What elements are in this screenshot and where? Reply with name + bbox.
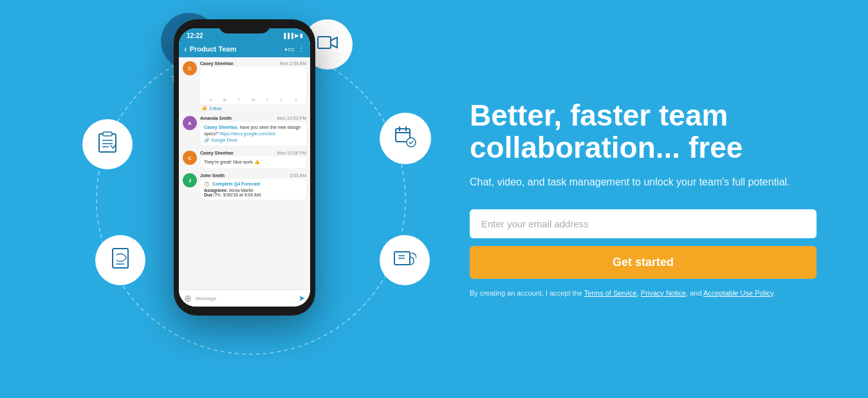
phone-frame: 12:22 ▐▐▐ ▶ ▮ ‹ Product Team ▸ ▭ ⋮ <box>174 19 315 316</box>
calendar-icon <box>394 126 416 152</box>
svg-rect-8 <box>318 37 331 48</box>
task-title-row: 📋 Complete Q4 Forecast <box>204 182 302 187</box>
email-input[interactable] <box>470 209 817 238</box>
bar-group-1 <box>204 70 217 97</box>
john-task-bubble: 📋 Complete Q4 Forecast Assignees: Anna M… <box>200 179 306 200</box>
terms-text: By creating an account, I accept the Ter… <box>470 288 817 299</box>
casey-time-2: Mon 10:56 PM <box>277 151 306 155</box>
task-title: Complete Q4 Forecast <box>212 182 260 186</box>
video-call-icon: ▭ <box>288 45 294 53</box>
chart-label-s2: S <box>290 98 302 102</box>
amanda-meta: Amanda Smith Mon 10:53 PM <box>200 116 306 120</box>
chart-label-m: M <box>218 98 231 102</box>
video-icon <box>317 34 338 55</box>
bar-group-3 <box>232 70 245 97</box>
header-icons: ▭ ⋮ <box>288 45 305 53</box>
chat-message-1: C Casey Sheehan Mon 2:59 AM <box>183 61 306 111</box>
chart-label-w: W <box>246 98 259 102</box>
amanda-message-wrap: Amanda Smith Mon 10:53 PM Casey Sheehan,… <box>200 116 306 146</box>
bar-group-2 <box>218 70 231 97</box>
casey-reply-bubble: They're great! Nice work 👍 <box>200 156 306 168</box>
link-icon: 🔗 <box>204 138 210 142</box>
channel-name: Product Team <box>190 45 285 53</box>
circle-file <box>95 235 145 285</box>
chart-label-t2: T <box>261 98 274 102</box>
status-icons: ▐▐▐ ▶ ▮ <box>282 33 302 39</box>
casey-message-wrap: Casey Sheehan Mon 2:59 AM <box>200 61 306 111</box>
casey-name: Casey Sheehan <box>200 61 234 66</box>
john-meta: John Smith 3:05 AM <box>200 173 306 178</box>
amanda-name: Amanda Smith <box>200 116 232 120</box>
right-section: Better, faster team collaboration... fre… <box>418 61 868 338</box>
circle-cloud-storage <box>380 235 430 285</box>
john-avatar: J <box>183 173 197 187</box>
send-icon: ➤ <box>299 294 305 303</box>
john-time: 3:05 AM <box>290 173 306 178</box>
chart-label-f: F <box>275 98 288 102</box>
chart-label-t1: T <box>232 98 245 102</box>
chat-message-3: C Casey Sheehan Mon 10:56 PM They're gre… <box>183 151 306 168</box>
file-icon <box>111 247 129 274</box>
casey-meta-2: Casey Sheehan Mon 10:56 PM <box>200 151 306 155</box>
cloud-icon <box>393 249 416 272</box>
task-icon: 📋 <box>204 182 210 186</box>
phone-notch <box>219 19 270 33</box>
terms-prefix: By creating an account, I accept the <box>470 289 582 297</box>
chart-bars <box>204 70 302 98</box>
chart-label-s1: S <box>204 98 217 102</box>
amanda-avatar: A <box>183 116 197 130</box>
google-drive-link: Google Drive <box>211 138 237 142</box>
privacy-notice-link[interactable]: Privacy Notice <box>641 289 686 297</box>
phone-screen: 12:22 ▐▐▐ ▶ ▮ ‹ Product Team ▸ ▭ ⋮ <box>179 28 310 307</box>
casey-meta: Casey Sheehan Mon 2:59 AM <box>200 61 306 66</box>
and-text: and <box>690 289 701 297</box>
hero-subheadline: Chat, video, and task management to unlo… <box>470 175 817 190</box>
phone-chat-area: C Casey Sheehan Mon 2:59 AM <box>179 57 310 289</box>
thumbs-up-icon: 👍 <box>201 106 207 111</box>
bar-group-7 <box>290 70 302 97</box>
terms-of-service-link[interactable]: Terms of Service <box>584 289 637 297</box>
svg-rect-18 <box>103 132 112 136</box>
john-message-wrap: John Smith 3:05 AM 📋 Complete Q4 Forecas… <box>200 173 306 200</box>
phone-header: ‹ Product Team ▸ ▭ ⋮ <box>179 41 310 57</box>
bar-group-6 <box>275 70 288 97</box>
casey-avatar-2: C <box>183 151 197 165</box>
svg-rect-17 <box>99 134 116 152</box>
back-icon: ‹ <box>184 44 187 54</box>
likes-count: 3 likes <box>209 106 222 111</box>
acceptable-use-link[interactable]: Acceptable Use Policy <box>703 289 773 297</box>
clipboard-icon <box>98 131 117 158</box>
casey-reply-wrap: Casey Sheehan Mon 10:56 PM They're great… <box>200 151 306 168</box>
more-icon: ⋮ <box>298 45 305 53</box>
task-assignee: Assignees: Anna Martin <box>204 188 302 193</box>
task-due: Due: Fri, 9/30/18 at 9:00 AM <box>204 193 302 197</box>
casey-avatar: C <box>183 61 197 75</box>
get-started-button[interactable]: Get started <box>470 246 817 279</box>
amanda-bubble: Casey Sheehan, have you seen the new des… <box>200 122 306 146</box>
circle-calendar <box>380 113 431 164</box>
john-name: John Smith <box>200 173 225 178</box>
casey-name-2: Casey Sheehan <box>200 151 234 155</box>
likes-row: 👍 3 likes <box>200 104 306 111</box>
phone-time: 12:22 <box>187 32 203 39</box>
chat-message-4: J John Smith 3:05 AM 📋 Complete Q4 Forec… <box>183 173 306 200</box>
phone-input-bar: ⊕ Message ➤ <box>179 289 310 307</box>
amanda-time: Mon 10:53 PM <box>277 116 306 120</box>
message-placeholder: Message <box>196 296 295 301</box>
phone-mockup: 12:22 ▐▐▐ ▶ ▮ ‹ Product Team ▸ ▭ ⋮ <box>174 19 315 380</box>
chart-labels: S M T W T F S <box>204 98 302 102</box>
chat-message-2: A Amanda Smith Mon 10:53 PM Casey Sheeha… <box>183 116 306 146</box>
chart-container: S M T W T F S <box>200 67 306 104</box>
bar-group-5 <box>261 70 274 97</box>
add-icon: ⊕ <box>184 293 192 303</box>
circle-clipboard <box>82 119 133 169</box>
casey-time: Mon 2:59 AM <box>280 61 306 66</box>
bar-group-4 <box>246 70 259 97</box>
left-section: Team chat <box>0 0 418 398</box>
hero-headline: Better, faster team collaboration... fre… <box>470 99 817 164</box>
mention-casey: Casey Sheehan <box>204 125 237 129</box>
doc-link: https://docs.google.com/doc <box>219 131 275 136</box>
